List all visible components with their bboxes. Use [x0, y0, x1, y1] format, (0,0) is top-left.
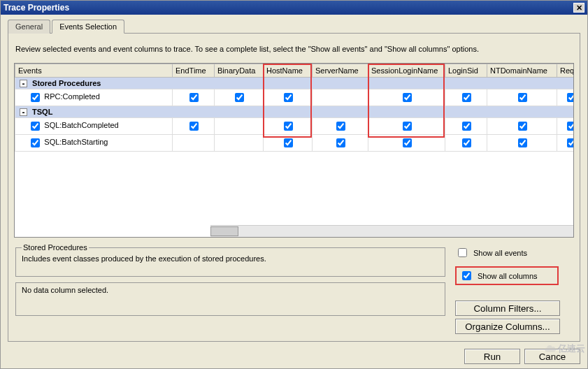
tab-events-selection[interactable]: Events Selection — [52, 20, 124, 34]
col-hostname[interactable]: HostName — [264, 64, 313, 78]
column-checkbox[interactable] — [403, 122, 412, 131]
right-controls: Show all events Show all columns Column … — [455, 243, 574, 334]
column-checkbox[interactable] — [403, 93, 412, 102]
event-column-cell[interactable] — [368, 89, 445, 106]
event-column-cell[interactable] — [313, 135, 368, 152]
event-column-cell[interactable] — [215, 89, 264, 106]
column-checkbox[interactable] — [189, 93, 199, 102]
highlight-show-all-columns: Show all columns — [455, 266, 559, 285]
event-name-cell: RPC:Completed — [15, 89, 173, 106]
event-column-cell[interactable] — [173, 89, 215, 106]
event-column-cell[interactable] — [215, 118, 264, 135]
col-events[interactable]: Events — [15, 64, 173, 78]
column-checkbox[interactable] — [189, 122, 199, 131]
event-name-cell: SQL:BatchStarting — [15, 135, 173, 152]
close-icon[interactable]: ✕ — [573, 3, 585, 13]
event-enable-checkbox[interactable] — [31, 122, 40, 131]
col-endtime[interactable]: EndTime — [173, 64, 215, 78]
events-panel: Review selected events and event columns… — [8, 33, 580, 342]
column-checkbox[interactable] — [462, 122, 471, 131]
event-column-cell[interactable] — [313, 118, 368, 135]
group-info-desc: Includes event classes produced by the e… — [22, 254, 439, 263]
event-column-cell[interactable] — [173, 135, 215, 152]
event-column-cell[interactable] — [264, 89, 313, 106]
column-checkbox[interactable] — [336, 138, 345, 147]
cancel-button[interactable]: Cance — [524, 349, 580, 364]
event-column-cell[interactable] — [487, 118, 557, 135]
titlebar: Trace Properties ✕ — [1, 1, 587, 15]
window-title: Trace Properties — [3, 3, 69, 13]
column-checkbox[interactable] — [462, 138, 471, 147]
group-info-fieldset: Stored Procedures Includes event classes… — [15, 243, 445, 277]
col-binarydata[interactable]: BinaryData — [215, 64, 264, 78]
column-checkbox[interactable] — [403, 138, 412, 147]
group-row: - TSQL — [15, 106, 575, 118]
column-checkbox[interactable] — [235, 93, 244, 102]
column-checkbox[interactable] — [284, 122, 293, 131]
column-filters-button[interactable]: Column Filters... — [455, 301, 560, 316]
event-column-cell[interactable] — [368, 135, 445, 152]
event-column-cell[interactable] — [173, 118, 215, 135]
lower-section: Stored Procedures Includes event classes… — [14, 243, 574, 334]
event-enable-checkbox[interactable] — [31, 93, 40, 102]
event-row: RPC:Completed — [15, 89, 575, 106]
info-panels: Stored Procedures Includes event classes… — [14, 243, 447, 316]
event-column-cell[interactable] — [557, 89, 575, 106]
event-column-cell[interactable] — [487, 89, 557, 106]
run-button[interactable]: Run — [464, 349, 520, 364]
collapse-icon[interactable]: - — [20, 108, 27, 116]
tab-general[interactable]: General — [8, 20, 50, 34]
col-servername[interactable]: ServerName — [313, 64, 368, 78]
column-checkbox[interactable] — [518, 138, 527, 147]
show-all-events-checkbox[interactable] — [458, 248, 467, 257]
event-column-cell[interactable] — [557, 118, 575, 135]
column-checkbox[interactable] — [336, 122, 345, 131]
column-checkbox[interactable] — [462, 93, 471, 102]
event-column-cell[interactable] — [557, 135, 575, 152]
group-cell: - TSQL — [15, 106, 575, 118]
event-name: SQL:BatchStarting — [42, 138, 108, 146]
instruction-text: Review selected events and event columns… — [15, 45, 573, 53]
organize-columns-button[interactable]: Organize Columns... — [455, 319, 560, 334]
column-info-fieldset: No data column selected. — [15, 282, 445, 316]
group-name: Stored Procedures — [30, 79, 101, 87]
column-checkbox[interactable] — [518, 93, 527, 102]
col-ntdomainname[interactable]: NTDomainName — [487, 64, 557, 78]
event-column-cell[interactable] — [264, 135, 313, 152]
column-info-desc: No data column selected. — [22, 286, 439, 294]
show-all-columns-checkbox[interactable] — [462, 271, 471, 280]
group-cell: - Stored Procedures — [15, 78, 575, 89]
column-checkbox[interactable] — [567, 93, 575, 102]
scrollbar-thumb[interactable] — [210, 226, 238, 236]
event-row: SQL:BatchStarting — [15, 135, 575, 152]
column-checkbox[interactable] — [284, 93, 293, 102]
event-enable-checkbox[interactable] — [31, 138, 40, 147]
column-checkbox[interactable] — [567, 122, 575, 131]
event-name: SQL:BatchCompleted — [42, 121, 118, 129]
event-column-cell[interactable] — [445, 118, 487, 135]
event-column-cell[interactable] — [264, 118, 313, 135]
window-body: General Events Selection Review selected… — [1, 15, 587, 345]
column-checkbox[interactable] — [518, 122, 527, 131]
table-header-row: Events EndTime BinaryData HostName Serve… — [15, 64, 575, 78]
show-all-columns-option[interactable]: Show all columns — [459, 269, 554, 282]
trace-properties-window: Trace Properties ✕ General Events Select… — [0, 0, 588, 369]
group-info-legend: Stored Procedures — [22, 243, 89, 252]
event-column-cell[interactable] — [445, 135, 487, 152]
event-column-cell[interactable] — [487, 135, 557, 152]
event-column-cell[interactable] — [313, 89, 368, 106]
tab-bar: General Events Selection — [8, 20, 580, 34]
event-column-cell[interactable] — [215, 135, 264, 152]
col-sessionloginname[interactable]: SessionLoginName — [368, 64, 445, 78]
col-request[interactable]: Requ — [557, 64, 575, 78]
column-checkbox[interactable] — [567, 138, 575, 147]
horizontal-scrollbar[interactable] — [210, 225, 573, 237]
event-column-cell[interactable] — [445, 89, 487, 106]
column-checkbox[interactable] — [284, 138, 293, 147]
collapse-icon[interactable]: - — [20, 80, 27, 87]
events-table: Events EndTime BinaryData HostName Serve… — [15, 64, 574, 152]
show-all-events-option[interactable]: Show all events — [455, 246, 574, 259]
event-column-cell[interactable] — [368, 118, 445, 135]
col-loginsid[interactable]: LoginSid — [445, 64, 487, 78]
dialog-footer: Run Cance — [1, 345, 587, 369]
